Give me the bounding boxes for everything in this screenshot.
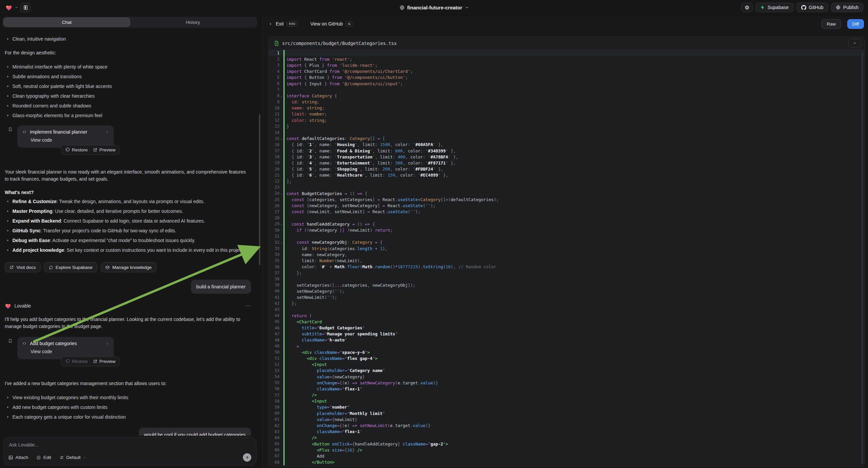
chip-explore-supabase[interactable]: Explore Supabase	[44, 262, 97, 272]
card-title: Implement financial planner	[30, 129, 102, 135]
code-line: 47 subtitle="Manage your spending limits…	[269, 331, 864, 337]
github-button[interactable]: GitHub	[797, 3, 829, 12]
code-change-card[interactable]: Add budget categoriesView code	[18, 337, 114, 359]
diff-added-bar	[283, 276, 284, 282]
view-code-link[interactable]: View code	[31, 137, 109, 143]
list-item-lead: Debug with Ease	[12, 238, 50, 243]
quick-action-row: Visit docsExplore SupabaseManage knowled…	[5, 262, 251, 272]
list-item: GitHub Sync: Transfer your project's cod…	[5, 227, 251, 234]
code-scrollbar[interactable]	[861, 52, 863, 464]
bookmark-icon[interactable]	[8, 339, 12, 344]
list-item: Soft, neutral color palette with light b…	[5, 83, 251, 90]
fold-chevron-icon[interactable]: ⌄	[279, 137, 283, 140]
list-item: Subtle animations and transitions	[5, 73, 251, 80]
mode-chevron-down-icon	[83, 456, 86, 459]
file-path: src/components/budget/BudgetCategories.t…	[282, 40, 845, 46]
code-line: 50 <div className="space-y-6">	[269, 349, 864, 355]
code-text: <div className="space-y-6">	[286, 350, 370, 355]
code-text: import ChartCard from '@/components/ui/C…	[286, 69, 413, 74]
code-text: const handleAddCategory = () => {	[286, 222, 375, 227]
message-more-button[interactable]: ⋯	[245, 302, 251, 309]
code-editor[interactable]: 12import React from 'react';3import { Pl…	[269, 50, 864, 466]
panel-toggle-button[interactable]	[21, 3, 31, 12]
code-text: value={newLimit}	[286, 417, 357, 422]
code-text: { id: '6', name: 'Healthcare', limit: 15…	[286, 173, 448, 178]
bookmark-icon[interactable]	[8, 127, 12, 132]
diff-added-bar	[283, 404, 284, 410]
chip-visit-docs[interactable]: Visit docs	[5, 262, 40, 272]
bullet-dot-icon	[7, 230, 8, 231]
code-line: 41 setNewLimit('');	[269, 294, 864, 300]
fold-chevron-icon[interactable]: ⌄	[279, 94, 283, 97]
diff-added-bar	[283, 264, 284, 270]
code-text: interface Category {	[286, 93, 337, 98]
diff-added-bar	[283, 398, 284, 404]
restore-button[interactable]: Restore	[65, 147, 88, 152]
panel-left-icon	[24, 5, 28, 10]
chat-scrollbar[interactable]	[259, 114, 260, 265]
chip-manage-knowledge[interactable]: Manage knowledge	[101, 262, 156, 272]
code-text: <Input	[286, 362, 327, 367]
bullet-dot-icon	[7, 115, 8, 116]
card-title-row: Implement financial planner	[22, 129, 109, 135]
diff-added-bar	[283, 233, 284, 239]
line-number: 22	[269, 179, 279, 184]
supabase-button[interactable]: Supabase	[755, 3, 793, 12]
composer[interactable]: Ask Lovable... Attach Edit	[3, 437, 256, 465]
code-text: { id: '5', name: 'Shopping', limit: 200,…	[286, 167, 443, 172]
project-switcher[interactable]: financial-future-creator	[399, 0, 468, 15]
diff-added-bar	[283, 306, 284, 313]
fold-chevron-icon[interactable]: ⌄	[279, 192, 283, 195]
line-number: 12	[269, 118, 279, 122]
file-header[interactable]: src/components/budget/BudgetCategories.t…	[269, 37, 864, 50]
tab-history[interactable]: History	[130, 18, 256, 27]
view-code-link[interactable]: View code	[31, 349, 109, 354]
line-number: 32	[269, 240, 279, 245]
line-number: 20	[269, 167, 279, 172]
bullet-dot-icon	[7, 210, 8, 212]
fold-chevron-icon[interactable]: ⌄	[279, 223, 283, 226]
code-text: limit: Number(newLimit),	[286, 258, 362, 263]
diff-added-bar	[283, 368, 284, 374]
code-text: <Button onClick={handleAddCategory} clas…	[286, 441, 448, 446]
diff-added-bar	[283, 123, 284, 129]
list-item-lead: Refine & Customize	[12, 199, 56, 204]
code-line: 38	[269, 276, 864, 282]
settings-button[interactable]: ⚙	[741, 3, 752, 12]
exit-button[interactable]: Exit	[276, 21, 283, 27]
code-line: 59 type="number"	[269, 404, 864, 410]
back-chevron-icon[interactable]	[269, 22, 273, 26]
diff-file-card: src/components/budget/BudgetCategories.t…	[269, 36, 865, 467]
workspace-chevron-down-icon[interactable]	[15, 6, 18, 9]
code-line: 65 <Button onClick={handleAddCategory} c…	[269, 441, 864, 447]
line-number: 17	[269, 148, 279, 153]
code-text: className="flex-1'	[286, 429, 362, 434]
fold-chevron-icon[interactable]: ⌄	[279, 241, 283, 244]
send-button[interactable]	[243, 453, 251, 462]
line-number: 63	[269, 429, 279, 434]
code-line: 25 const [categories, setCategories] = R…	[269, 197, 864, 203]
bullet-dot-icon	[7, 105, 8, 107]
edit-mode-button[interactable]: Edit	[36, 455, 51, 460]
code-change-card[interactable]: Implement financial plannerView code	[18, 125, 114, 148]
list-item: Master Prompting: Use clear, detailed, a…	[5, 208, 251, 214]
preview-button[interactable]: Preview	[93, 147, 116, 152]
list-item: Refine & Customize: Tweak the design, an…	[5, 198, 251, 205]
lovable-heart-icon[interactable]	[5, 4, 12, 11]
code-text: import { Plus } from 'lucide-react';	[286, 63, 377, 68]
chat-panel: Chat History Clean, intuitive navigation…	[0, 15, 261, 468]
view-on-github-button[interactable]: View on GitHub G	[310, 21, 352, 27]
attach-button[interactable]: Attach	[8, 455, 28, 460]
diff-button[interactable]: Diff	[847, 19, 864, 29]
model-select[interactable]: Default	[59, 455, 86, 460]
collapse-file-button[interactable]	[848, 39, 861, 48]
preview-button[interactable]: Preview	[93, 359, 116, 364]
code-text: type="number"	[286, 405, 350, 410]
diff-added-bar	[283, 282, 284, 288]
publish-button[interactable]: Publish	[831, 3, 863, 12]
diff-added-bar	[283, 410, 284, 416]
raw-button[interactable]: Raw	[822, 19, 841, 29]
tab-chat[interactable]: Chat	[4, 18, 130, 27]
code-line: 45 <ChartCard	[269, 319, 864, 325]
bullet-dot-icon	[7, 407, 8, 408]
